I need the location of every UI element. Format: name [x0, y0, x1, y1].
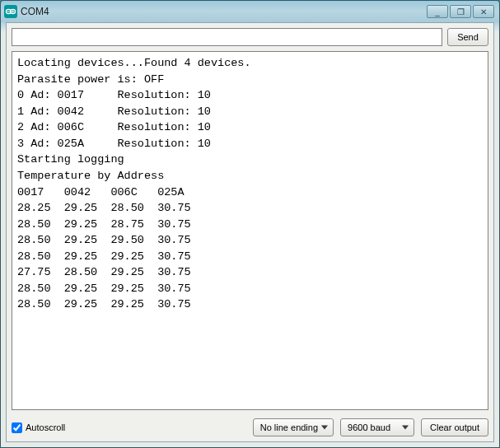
- window-controls: _ ❐ ✕: [427, 5, 494, 18]
- autoscroll-input[interactable]: [12, 422, 22, 433]
- titlebar[interactable]: COM4 _ ❐ ✕: [1, 1, 499, 22]
- baud-value: 9600 baud: [348, 422, 390, 432]
- line-ending-value: No line ending: [260, 422, 318, 432]
- window-title: COM4: [21, 6, 427, 17]
- maximize-button[interactable]: ❐: [450, 5, 471, 18]
- send-row: Send: [7, 23, 493, 51]
- send-button[interactable]: Send: [447, 28, 488, 46]
- serial-monitor-window: COM4 _ ❐ ✕ Send Locating devices...Found…: [0, 0, 500, 448]
- arduino-icon: [4, 5, 17, 18]
- line-ending-select[interactable]: No line ending: [253, 418, 334, 436]
- autoscroll-label: Autoscroll: [26, 422, 65, 432]
- close-button[interactable]: ✕: [473, 5, 494, 18]
- minimize-button[interactable]: _: [427, 5, 448, 18]
- chevron-down-icon: [321, 426, 328, 430]
- chevron-down-icon: [402, 426, 409, 430]
- command-input[interactable]: [12, 28, 442, 46]
- client-area: Send Locating devices...Found 4 devices.…: [6, 22, 494, 442]
- clear-output-button[interactable]: Clear output: [421, 418, 488, 436]
- baud-select[interactable]: 9600 baud: [340, 418, 414, 436]
- serial-output[interactable]: Locating devices...Found 4 devices. Para…: [12, 51, 488, 410]
- bottom-bar: Autoscroll No line ending 9600 baud Clea…: [7, 415, 493, 441]
- autoscroll-checkbox[interactable]: Autoscroll: [12, 422, 65, 433]
